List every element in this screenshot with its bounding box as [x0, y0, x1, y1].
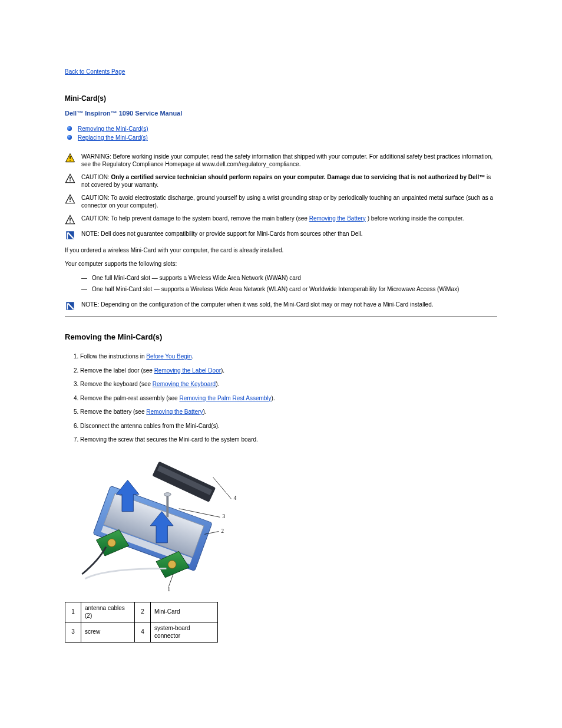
step-5-text-b: ).	[203, 409, 206, 415]
caution-block-1: CAUTION: Only a certified service techni…	[65, 173, 497, 189]
caution3-text-b: ) before working inside the computer.	[368, 215, 464, 222]
svg-point-22	[164, 492, 171, 496]
step-5-text-a: Remove the battery (see	[80, 409, 146, 415]
back-to-contents-link[interactable]: Back to Contents Page	[65, 68, 125, 75]
step-4-text-a: Remove the palm-rest assembly (see	[80, 395, 179, 401]
toc-list: Removing the Mini-Card(s) Replacing the …	[65, 125, 497, 142]
svg-rect-7	[70, 197, 71, 200]
slot-full: One full Mini-Card slot — supports a Wir…	[92, 275, 301, 281]
svg-line-26	[213, 477, 232, 499]
svg-text:2: 2	[221, 528, 224, 534]
svg-rect-2	[70, 160, 71, 161]
step-6: Disconnect the antenna cables from the M…	[80, 422, 497, 430]
caution-block-2: CAUTION: To avoid electrostatic discharg…	[65, 194, 497, 210]
step-1-text-b: .	[192, 353, 194, 360]
svg-text:1: 1	[167, 586, 170, 591]
divider	[65, 316, 497, 317]
caution1-bold: Only a certified service technician shou…	[111, 174, 485, 180]
step-2: Remove the label door (see Removing the …	[80, 367, 497, 375]
before-you-begin-link[interactable]: Before You Begin	[146, 353, 191, 360]
legend-cell: 4	[135, 622, 151, 642]
legend-cell: 2	[135, 602, 151, 622]
note-block-2: NOTE: Depending on the configuration of …	[65, 301, 497, 311]
removing-label-door-link[interactable]: Removing the Label Door	[154, 367, 221, 374]
svg-rect-10	[70, 218, 71, 221]
legend-cell: 1	[65, 602, 81, 622]
warning-text: WARNING: Before working inside your comp…	[81, 153, 497, 169]
caution3-text-a: CAUTION: To help prevent damage to the s…	[81, 215, 309, 222]
step-1: Follow the instructions in Before You Be…	[80, 353, 497, 361]
intro-text: If you ordered a wireless Mini-Card with…	[65, 246, 497, 255]
mini-card-figure: 1 2 3 4	[71, 454, 497, 591]
section-heading-remove: Removing the Mini-Card(s)	[65, 332, 497, 342]
svg-rect-4	[70, 177, 71, 180]
caution1-lead: CAUTION:	[81, 174, 111, 180]
svg-rect-11	[70, 222, 71, 223]
caution-icon	[65, 173, 81, 184]
svg-rect-1	[70, 156, 71, 159]
step-7: Removing the screw that secures the Mini…	[80, 436, 497, 444]
warning-icon	[65, 153, 81, 163]
step-2-text-b: ).	[221, 367, 224, 374]
legend-cell: 3	[65, 622, 81, 642]
removing-battery-link[interactable]: Removing the Battery	[309, 215, 366, 222]
note2-text: NOTE: Depending on the configuration of …	[81, 301, 497, 309]
step-3: Remove the keyboard (see Removing the Ke…	[80, 380, 497, 388]
manual-title: Dell™ Inspiron™ 1090 Service Manual	[65, 109, 497, 118]
warning-block: WARNING: Before working inside your comp…	[65, 153, 497, 169]
note-icon	[65, 230, 81, 241]
supports-lead: Your computer supports the following slo…	[65, 260, 497, 268]
note1-text: NOTE: Dell does not guarantee compatibil…	[81, 230, 497, 238]
caution2-text: CAUTION: To avoid electrostatic discharg…	[81, 194, 497, 210]
note-icon	[65, 301, 81, 311]
legend-cell: Mini-Card	[151, 602, 218, 622]
caution-icon	[65, 194, 81, 205]
steps-list: Follow the instructions in Before You Be…	[65, 353, 497, 444]
svg-text:4: 4	[233, 495, 236, 501]
step-4: Remove the palm-rest assembly (see Remov…	[80, 394, 497, 403]
legend-cell: antenna cables (2)	[81, 602, 135, 622]
legend-cell: screw	[81, 622, 135, 642]
svg-rect-8	[70, 201, 71, 202]
step-3-text-b: ).	[216, 381, 219, 387]
svg-point-19	[108, 539, 116, 547]
step-4-text-b: ).	[272, 395, 275, 401]
caution-icon	[65, 215, 81, 225]
legend-table: 1 antenna cables (2) 2 Mini-Card 3 screw…	[65, 602, 218, 643]
toc-link-replace[interactable]: Replacing the Mini-Card(s)	[78, 134, 148, 141]
removing-battery-link-2[interactable]: Removing the Battery	[146, 409, 203, 415]
slot-half: One half Mini-Card slot — supports a Wir…	[92, 286, 459, 292]
caution-block-3: CAUTION: To help prevent damage to the s…	[65, 215, 497, 225]
page-title: Mini-Card(s)	[65, 94, 497, 103]
svg-rect-21	[166, 494, 168, 517]
step-3-text-a: Remove the keyboard (see	[80, 381, 153, 387]
step-1-text-a: Follow the instructions in	[80, 353, 146, 360]
legend-cell: system-board connector	[151, 622, 218, 642]
toc-link-remove[interactable]: Removing the Mini-Card(s)	[78, 126, 148, 132]
svg-text:3: 3	[222, 513, 225, 519]
svg-rect-5	[70, 180, 71, 182]
removing-keyboard-link[interactable]: Removing the Keyboard	[153, 381, 216, 387]
step-2-text-a: Remove the label door (see	[80, 367, 154, 374]
step-5: Remove the battery (see Removing the Bat…	[80, 408, 497, 416]
svg-point-20	[168, 560, 176, 568]
removing-palm-rest-link[interactable]: Removing the Palm Rest Assembly	[179, 395, 271, 401]
note-block-1: NOTE: Dell does not guarantee compatibil…	[65, 230, 497, 241]
